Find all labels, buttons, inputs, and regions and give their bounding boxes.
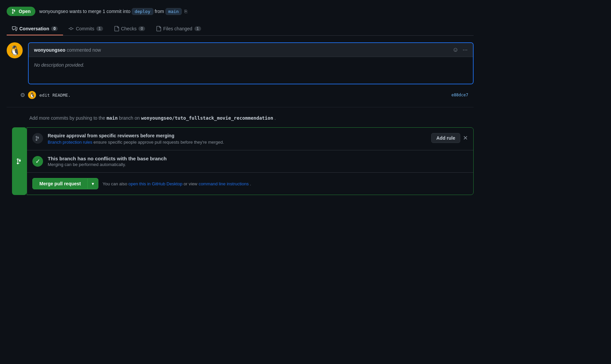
merge-button-row: Merge pull request ▾ You can also open t… <box>27 173 473 195</box>
tab-files-label: Files changed <box>163 26 192 31</box>
open-label: Open <box>19 9 31 14</box>
merge-box: Require approval from specific reviewers… <box>27 127 474 195</box>
avatar-emoji: 🐧 <box>9 45 21 56</box>
emoji-reaction-icon[interactable]: ☺ <box>453 46 459 53</box>
merge-section-wrapper: Require approval from specific reviewers… <box>12 127 474 195</box>
comment-text: No description provided. <box>34 62 84 68</box>
rule-desc-text: ensure specific people approve pull requ… <box>93 140 224 145</box>
close-rule-button[interactable]: ✕ <box>463 135 468 141</box>
tab-checks[interactable]: Checks 0 <box>108 23 151 35</box>
copy-icon[interactable]: ⎘ <box>184 9 187 14</box>
comment-timestamp: commented now <box>67 47 101 53</box>
push-branch: main <box>106 115 118 121</box>
git-merge-small-icon <box>35 136 40 141</box>
conversation-icon <box>12 26 17 31</box>
merge-alt-before: You can also <box>102 181 127 186</box>
merge-sidebar-icon <box>16 158 23 165</box>
target-branch[interactable]: deploy <box>132 8 153 15</box>
commit-timeline-item: 🐧 edit README. e88dce7 <box>15 91 474 99</box>
rule-actions: Add rule ✕ <box>431 133 468 143</box>
branch-protection-rule: Require approval from specific reviewers… <box>27 128 473 150</box>
commit-dot <box>21 93 25 97</box>
pr-meta: wonyoungseo wants to merge 1 commit into… <box>39 8 187 15</box>
comment-body: No description provided. <box>29 57 473 84</box>
no-conflicts-section: ✓ This branch has no conflicts with the … <box>27 150 473 173</box>
comment-row: 🐧 wonyoungseo commented now ☺ ··· No des… <box>7 42 474 84</box>
tab-checks-label: Checks <box>121 26 137 31</box>
commit-message: edit README. <box>39 93 71 98</box>
tab-conversation-count: 0 <box>51 26 58 31</box>
merge-pull-request-button[interactable]: Merge pull request <box>32 178 87 189</box>
command-line-instructions-link[interactable]: command line instructions <box>198 181 248 186</box>
comment-header: wonyoungseo commented now ☺ ··· <box>29 43 473 57</box>
comment-actions: ☺ ··· <box>453 46 468 53</box>
tab-conversation-label: Conversation <box>19 26 49 31</box>
tab-commits[interactable]: Commits 1 <box>63 23 108 35</box>
add-rule-button[interactable]: Add rule <box>431 133 460 143</box>
tab-checks-count: 0 <box>138 26 145 31</box>
tab-files[interactable]: Files changed 1 <box>150 23 206 35</box>
comment-author: wonyoungseo <box>34 47 65 53</box>
rule-content: Require approval from specific reviewers… <box>48 133 427 145</box>
git-merge-icon <box>11 9 17 14</box>
comment-meta: wonyoungseo commented now <box>34 47 101 53</box>
commits-icon <box>68 26 74 31</box>
push-info: Add more commits by pushing to the main … <box>29 115 474 121</box>
pr-header: Open wonyoungseo wants to merge 1 commit… <box>7 7 474 16</box>
tab-conversation[interactable]: Conversation 0 <box>7 23 63 35</box>
merge-alt-after: . <box>250 181 251 186</box>
avatar: 🐧 <box>7 42 23 58</box>
files-changed-icon <box>156 26 161 31</box>
tab-files-count: 1 <box>194 26 201 31</box>
merge-dropdown-button[interactable]: ▾ <box>87 178 98 189</box>
source-branch[interactable]: main <box>165 8 182 15</box>
tab-commits-label: Commits <box>76 26 94 31</box>
branch-protection-link[interactable]: Branch protection rules <box>48 140 92 145</box>
no-conflicts-content: This branch has no conflicts with the ba… <box>48 156 167 167</box>
rule-desc: Branch protection rules ensure specific … <box>48 140 427 145</box>
divider <box>7 107 474 107</box>
more-options-icon[interactable]: ··· <box>463 46 468 53</box>
merge-alt-middle: or view <box>184 181 199 186</box>
tab-commits-count: 1 <box>96 26 103 31</box>
rule-icon <box>32 133 43 144</box>
no-conflicts-subtitle: Merging can be performed automatically. <box>48 162 167 167</box>
comment-box: wonyoungseo commented now ☺ ··· No descr… <box>28 42 474 84</box>
no-conflicts-title: This branch has no conflicts with the ba… <box>48 156 167 161</box>
commit-sha: e88dce7 <box>451 93 474 97</box>
check-icon: ✓ <box>32 156 43 167</box>
open-github-desktop-link[interactable]: open this in GitHub Desktop <box>128 181 182 186</box>
rule-title: Require approval from specific reviewers… <box>48 133 427 138</box>
merge-btn-group: Merge pull request ▾ <box>32 178 98 189</box>
checks-icon <box>114 26 119 31</box>
merge-alt-text: You can also open this in GitHub Desktop… <box>102 181 251 186</box>
merge-sidebar <box>12 127 27 195</box>
pr-text: wonyoungseo wants to merge 1 commit into <box>39 9 130 14</box>
commit-item-avatar: 🐧 <box>28 91 36 99</box>
open-badge: Open <box>7 7 35 16</box>
tab-bar: Conversation 0 Commits 1 Checks 0 Files … <box>7 23 474 36</box>
push-repo: wonyoungseo/tuto_fullstack_movie_recomme… <box>141 115 273 121</box>
